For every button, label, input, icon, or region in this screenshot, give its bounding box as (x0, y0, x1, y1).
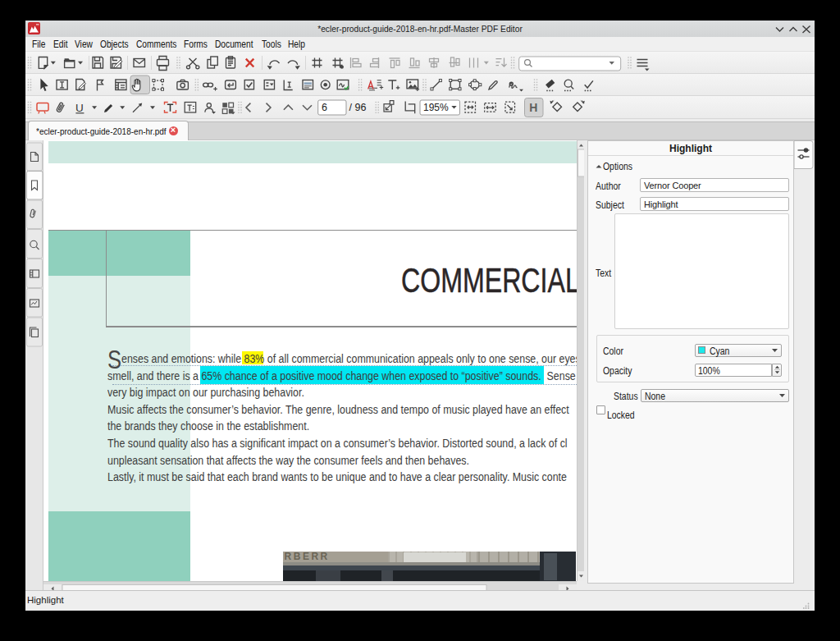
svg-text:H: H (529, 101, 537, 114)
svg-text:U: U (75, 102, 84, 114)
svg-text:195%: 195% (423, 102, 449, 113)
svg-text:6: 6 (322, 102, 327, 113)
svg-text:/ 96: / 96 (349, 102, 367, 113)
